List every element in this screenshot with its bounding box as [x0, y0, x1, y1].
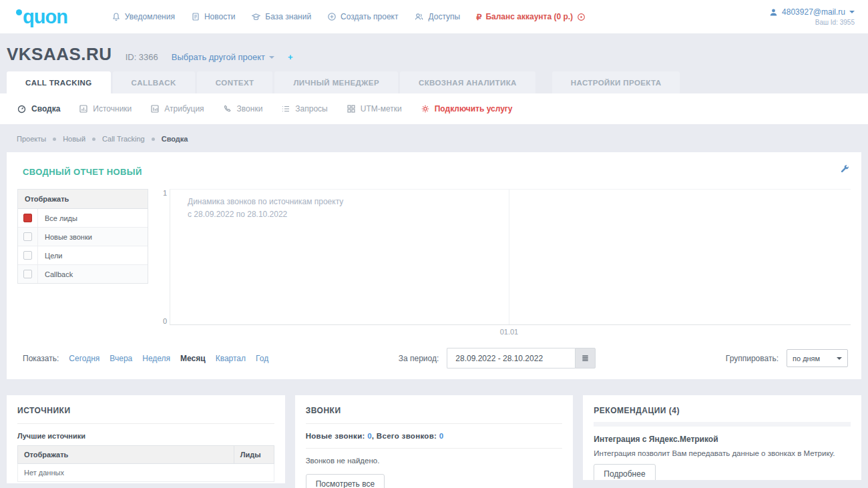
calls-panel-title: ЗВОНКИ — [306, 406, 563, 415]
subnav-calls-label: Звонки — [237, 104, 263, 113]
report-title: СВОДНЫЙ ОТЧЕТ НОВЫЙ — [17, 162, 851, 180]
breadcrumb: Проекты Новый Call Tracking Сводка — [0, 124, 868, 152]
total-calls-label: Всего звонков: — [377, 432, 437, 440]
period-link-year[interactable]: Год — [256, 354, 268, 363]
menu-account-balance[interactable]: ₽ Баланс аккаунта (0 р.) — [476, 12, 586, 22]
bell-icon — [112, 12, 121, 21]
sources-panel-title: ИСТОЧНИКИ — [17, 406, 274, 415]
subnav-calls[interactable]: Звонки — [223, 104, 263, 113]
details-button[interactable]: Подробнее — [594, 464, 655, 480]
menu-create-project[interactable]: Создать проект — [327, 12, 398, 21]
account-area: 4803927@mail.ru Ваш Id: 3955 — [769, 7, 855, 26]
series-row-all-leads[interactable]: Все лиды — [18, 209, 148, 228]
total-calls-value: 0 — [439, 432, 444, 440]
calls-empty-text: Звонков не найдено. — [306, 457, 563, 465]
quon-logo[interactable]: quon — [16, 6, 67, 28]
chart-title: Динамика звонков по источникам проекту с… — [188, 196, 343, 221]
logo-dot-icon — [16, 9, 22, 15]
menu-access[interactable]: Доступы — [414, 12, 460, 21]
chart-title-line2: с 28.09.2022 по 28.10.2022 — [188, 208, 343, 221]
period-range-input[interactable] — [447, 348, 575, 369]
series-row-goals[interactable]: Цели — [18, 246, 148, 265]
subnav-summary[interactable]: Сводка — [17, 104, 60, 113]
period-label: За период: — [399, 354, 439, 363]
series-row-new-calls[interactable]: Новые звонки — [18, 228, 148, 246]
plus-circle-icon — [327, 12, 337, 21]
checkbox-unchecked[interactable] — [23, 232, 32, 241]
balance-label: Баланс аккаунта (0 р.) — [485, 12, 573, 21]
user-icon — [769, 8, 778, 17]
subnav-requests[interactable]: Запросы — [281, 104, 327, 113]
add-project-button[interactable]: + — [288, 52, 293, 62]
period-link-yesterday[interactable]: Вчера — [110, 354, 132, 363]
topbar: quon Уведомления Новости База знаний Соз… — [0, 0, 868, 33]
menu-knowledge-base-label: База знаний — [265, 12, 311, 21]
ruble-icon: ₽ — [476, 12, 481, 22]
breadcrumb-call-tracking[interactable]: Call Tracking — [102, 135, 145, 143]
period-link-quarter[interactable]: Квартал — [216, 354, 246, 363]
tab-project-settings[interactable]: НАСТРОЙКИ ПРОЕКТА — [552, 71, 680, 93]
subnav-connect-service[interactable]: Подключить услугу — [421, 104, 513, 113]
subnav-requests-label: Запросы — [295, 104, 327, 113]
new-calls-value: 0 — [367, 432, 372, 440]
account-email: 4803927@mail.ru — [782, 7, 845, 17]
menu-news[interactable]: Новости — [191, 12, 235, 21]
subnav-sources[interactable]: Источники — [79, 104, 132, 113]
menu-access-label: Доступы — [428, 12, 460, 21]
subnav-attribution[interactable]: Атрибуция — [150, 104, 204, 113]
tab-end-to-end-analytics[interactable]: СКВОЗНАЯ АНАЛИТИКА — [400, 71, 535, 93]
breadcrumb-projects[interactable]: Проекты — [17, 135, 46, 143]
display-table-header: Отображать — [18, 190, 148, 209]
tab-callback[interactable]: CALLBACK — [113, 71, 195, 93]
table-row: Нет данных — [18, 464, 274, 482]
checkbox-unchecked[interactable] — [23, 270, 32, 278]
subnav-utm-tags[interactable]: UTM-метки — [347, 104, 402, 113]
grouping-select-value: по дням — [793, 354, 820, 362]
breadcrumb-new[interactable]: Новый — [63, 135, 85, 143]
gear-icon — [421, 104, 430, 113]
period-link-month[interactable]: Месяц — [180, 354, 206, 363]
subnav: Сводка Источники Атрибуция Звонки Запрос… — [0, 93, 868, 124]
info-circle-icon[interactable] — [577, 13, 586, 21]
divider — [594, 422, 851, 427]
tab-personal-manager[interactable]: ЛИЧНЫЙ МЕНЕДЖЕР — [274, 71, 398, 93]
best-sources-label: Лучшие источники — [17, 432, 274, 440]
account-menu[interactable]: 4803927@mail.ru — [769, 7, 855, 17]
wrench-icon[interactable] — [840, 164, 849, 174]
users-icon — [414, 12, 424, 21]
grouping-select[interactable]: по дням — [787, 349, 848, 367]
checkbox-checked[interactable] — [23, 214, 32, 222]
gauge-icon — [17, 104, 27, 113]
switch-project-link[interactable]: Выбрать другой проект — [172, 52, 274, 62]
knowledge-icon — [251, 12, 261, 21]
menu-knowledge-base[interactable]: База знаний — [251, 12, 311, 21]
series-label: Новые звонки — [38, 228, 99, 246]
tab-call-tracking[interactable]: CALL TRACKING — [7, 71, 111, 93]
bar-chart-icon — [150, 104, 160, 113]
divider — [306, 423, 563, 424]
period-link-week[interactable]: Неделя — [142, 354, 170, 363]
calls-dynamics-chart: 1 0 Динамика звонков по источникам проек… — [159, 189, 851, 325]
bar-chart-icon — [79, 104, 88, 113]
subnav-connect-service-label: Подключить услугу — [435, 104, 513, 113]
period-range-group: За период: — [399, 348, 596, 369]
project-title: VKSAAS.RU — [7, 44, 112, 65]
calls-panel: ЗВОНКИ Новые звонки: 0, Всего звонков: 0… — [295, 395, 574, 488]
grouping-control: Группировать: по дням — [726, 349, 848, 367]
tab-context[interactable]: CONTEXT — [197, 71, 273, 93]
checkbox-unchecked[interactable] — [23, 251, 32, 260]
caret-down-icon — [837, 357, 842, 360]
menu-notifications[interactable]: Уведомления — [112, 12, 175, 21]
series-row-callback[interactable]: Callback — [18, 265, 148, 283]
best-sources-table: Отображать Лиды Нет данных — [17, 445, 274, 482]
caret-down-icon — [849, 11, 855, 13]
chart-y-axis: 1 0 — [159, 189, 170, 325]
caret-down-icon — [269, 56, 274, 59]
view-all-button[interactable]: Посмотреть все — [306, 474, 385, 488]
period-link-today[interactable]: Сегодня — [69, 354, 99, 363]
calendar-icon[interactable] — [575, 348, 596, 369]
group-label: Группировать: — [726, 354, 779, 363]
bottom-panels: ИСТОЧНИКИ Лучшие источники Отображать Ли… — [7, 395, 861, 488]
col-header-leads: Лиды — [234, 446, 274, 464]
breadcrumb-separator — [92, 138, 95, 141]
